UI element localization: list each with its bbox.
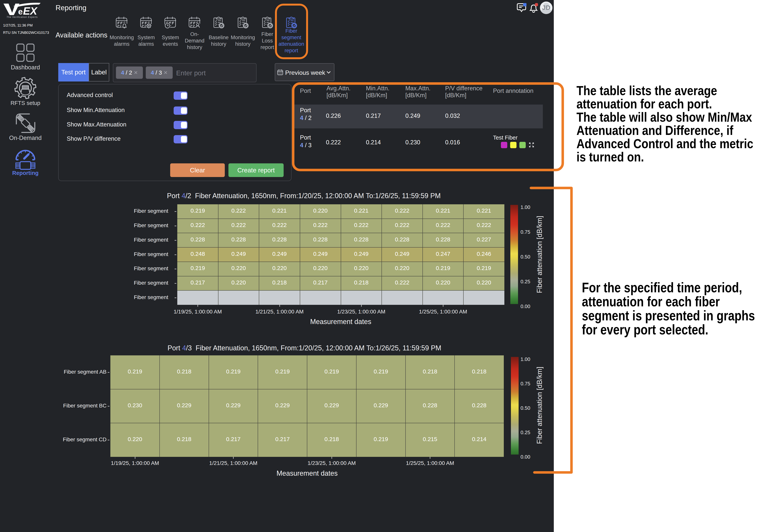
svg-text:EX: EX (23, 5, 38, 17)
svg-text:e: e (18, 7, 23, 16)
svg-text:The Verification Experts: The Verification Experts (7, 16, 38, 18)
